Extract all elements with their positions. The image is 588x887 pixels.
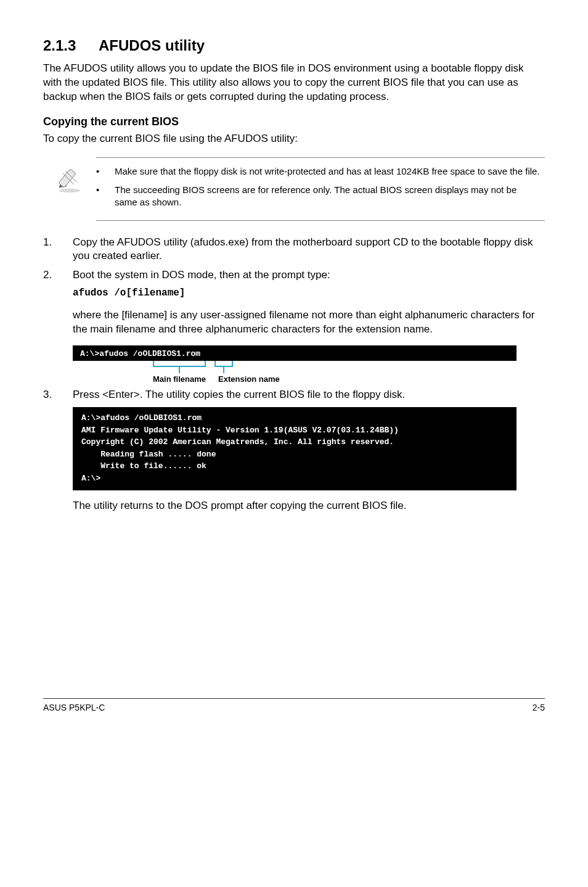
note-text: The succeeding BIOS screens are for refe… bbox=[115, 184, 541, 209]
annotation-bracket-main bbox=[153, 361, 206, 367]
note-text: Make sure that the floppy disk is not wr… bbox=[115, 165, 541, 178]
page-footer: ASUS P5KPL-C 2-5 bbox=[43, 698, 545, 712]
bullet-icon: • bbox=[96, 184, 115, 209]
terminal-output-1: A:\>afudos /oOLDBIOS1.rom bbox=[73, 345, 517, 361]
filename-annotation: Main filename Extension name bbox=[73, 361, 517, 388]
annotation-label-ext: Extension name bbox=[218, 374, 280, 384]
step-3: 3. Press <Enter>. The utility copies the… bbox=[43, 388, 545, 402]
footer-right: 2-5 bbox=[533, 703, 545, 712]
step-number: 2. bbox=[43, 268, 73, 283]
note-rule-bottom bbox=[96, 220, 545, 221]
code-line: afudos /o[filename] bbox=[73, 287, 545, 299]
annotation-tick bbox=[179, 367, 180, 373]
step-number: 3. bbox=[43, 388, 73, 402]
section-title: AFUDOS utility bbox=[99, 37, 205, 54]
annotation-tick bbox=[223, 367, 224, 373]
pencil-note-icon bbox=[43, 158, 96, 194]
annotation-label-main: Main filename bbox=[153, 374, 206, 384]
note-item: • The succeeding BIOS screens are for re… bbox=[96, 184, 541, 209]
step-explanation: where the [filename] is any user-assigne… bbox=[73, 308, 545, 337]
step-outro: The utility returns to the DOS prompt af… bbox=[73, 499, 545, 513]
subsection-intro: To copy the current BIOS file using the … bbox=[43, 132, 545, 146]
subsection-heading: Copying the current BIOS bbox=[43, 115, 545, 128]
svg-rect-3 bbox=[59, 168, 76, 188]
step-text: Copy the AFUDOS utility (afudos.exe) fro… bbox=[73, 236, 545, 264]
step-number: 1. bbox=[43, 236, 73, 264]
step-text: Boot the system in DOS mode, then at the… bbox=[73, 268, 545, 283]
note-item: • Make sure that the floppy disk is not … bbox=[96, 165, 541, 178]
step-2: 2. Boot the system in DOS mode, then at … bbox=[43, 268, 545, 283]
footer-left: ASUS P5KPL-C bbox=[43, 703, 105, 712]
svg-point-0 bbox=[59, 189, 80, 192]
terminal-output-2: A:\>afudos /oOLDBIOS1.rom AMI Firmware U… bbox=[73, 407, 517, 490]
step-text: Press <Enter>. The utility copies the cu… bbox=[73, 388, 545, 402]
annotation-bracket-ext bbox=[214, 361, 233, 367]
section-number: 2.1.3 bbox=[43, 37, 99, 54]
note-block: • Make sure that the floppy disk is not … bbox=[43, 157, 545, 221]
section-heading: 2.1.3AFUDOS utility bbox=[43, 37, 545, 54]
bullet-icon: • bbox=[96, 165, 115, 178]
intro-paragraph: The AFUDOS utility allows you to update … bbox=[43, 62, 545, 104]
step-1: 1. Copy the AFUDOS utility (afudos.exe) … bbox=[43, 236, 545, 264]
